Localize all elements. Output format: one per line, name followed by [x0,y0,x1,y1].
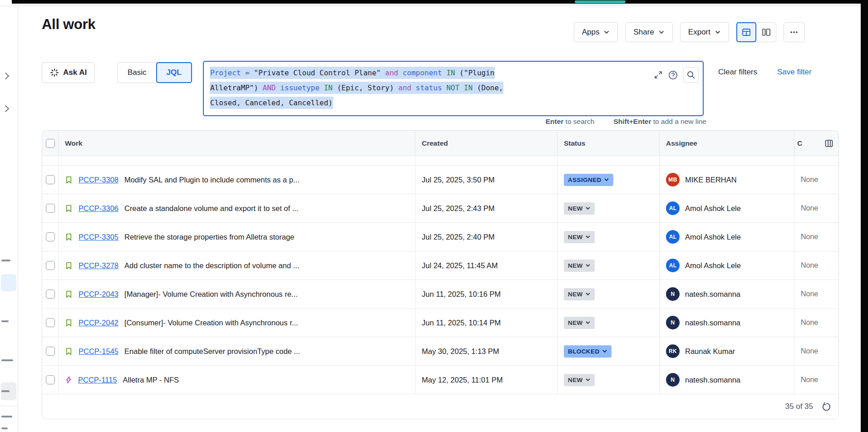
row-count: 35 of 35 [785,402,813,411]
row-checkbox[interactable] [46,175,55,184]
status-label: BLOCKED [568,348,600,355]
avatar: N [666,316,680,329]
page-title: All work [42,16,95,33]
table-row[interactable]: PCCP-3278 Add cluster name to the descri… [42,251,838,280]
more-actions-button[interactable] [784,22,804,42]
column-header-work: Work [59,131,415,156]
table-row[interactable]: PCCP-2042 [Consumer]- Volume Creation wi… [42,309,838,337]
side-panel-view-icon [761,27,771,37]
status-badge[interactable]: NEW [564,231,595,243]
issue-summary: Create a standalone volume and export it… [124,204,298,213]
status-badge[interactable]: NEW [564,202,595,215]
issue-key-link[interactable]: PCCP-2042 [79,319,118,327]
row-checkbox[interactable] [46,347,55,356]
jql-mode-button[interactable]: JQL [156,62,192,83]
chevron-right-icon[interactable] [2,105,10,113]
avatar: AL [666,230,680,244]
table-view-button[interactable] [736,22,756,42]
status-label: NEW [568,205,583,212]
screen: All work Apps Share Export Ask AI [0,0,868,432]
issue-key-link[interactable]: PCCP-2043 [79,290,118,299]
ask-ai-button[interactable]: Ask AI [42,62,95,83]
created-value: May 12, 2025, 11:01 PM [422,376,503,384]
view-toggle-group [736,22,776,42]
jql-query-text: Project = "Private Cloud Control Plane" … [210,65,648,110]
chevron-down-icon [604,177,609,182]
question-circle-icon [668,70,678,80]
status-badge[interactable]: BLOCKED [564,345,612,358]
detail-view-button[interactable] [756,22,776,42]
chevron-down-icon [603,29,610,35]
row-checkbox[interactable] [46,261,55,270]
apps-label: Apps [582,28,600,37]
status-badge[interactable]: NEW [564,374,595,386]
issue-summary: Add cluster name to the description of v… [124,261,299,270]
table-footer: 35 of 35 [42,394,838,419]
issue-key-link[interactable]: PCCP-1545 [79,347,118,356]
run-search-button[interactable] [683,67,699,83]
jql-query-input[interactable]: Project = "Private Cloud Control Plane" … [203,61,704,116]
chevron-down-icon [585,263,591,268]
share-button[interactable]: Share [625,22,672,42]
jql-box-icons [654,67,699,83]
issue-summary: Modify SAL and Plugin to include comment… [124,176,300,184]
issue-key-link[interactable]: PCCP-3306 [79,204,118,213]
chevron-down-icon [602,349,607,354]
story-icon [65,348,73,355]
table-row[interactable]: PCCP-3306 Create a standalone volume and… [42,194,838,223]
assignee-name: MIKE BERHAN [685,176,737,184]
chevron-right-icon[interactable] [2,73,10,80]
syntax-help-button[interactable] [668,70,678,80]
issue-summary: [Consumer]- Volume Creation with Asynchr… [124,319,298,327]
row-checkbox[interactable] [46,290,55,299]
issue-key-link[interactable]: PCCP-3305 [79,233,118,241]
row-checkbox[interactable] [46,375,55,384]
sidebar-fragment [1,416,12,417]
row-checkbox[interactable] [46,204,55,213]
select-all-checkbox[interactable] [46,139,55,148]
table-row[interactable]: PCCP-3305 Retrieve the storage propertie… [42,223,838,251]
issue-type-icon [65,262,73,270]
expand-editor-button[interactable] [654,70,663,79]
sidebar-divider [0,406,18,406]
row-checkbox[interactable] [46,318,55,327]
status-badge[interactable]: NEW [564,260,595,272]
story-icon [65,290,73,298]
issue-type-icon [65,205,73,212]
status-badge[interactable]: ASSIGNED [564,174,613,186]
issue-key-link[interactable]: PCCP-1115 [78,376,117,384]
chevron-down-icon [585,234,591,240]
save-filter-button[interactable]: Save filter [777,68,812,77]
query-mode-toggle: Basic JQL [117,62,192,83]
work-items-table: Work Created Status Assignee C [42,130,839,419]
row-checkbox[interactable] [46,232,55,241]
issue-key-link[interactable]: PCCP-3308 [79,176,118,184]
story-icon [65,205,73,212]
issue-type-icon [65,319,73,327]
table-row[interactable]: PCCP-1115 Alletra MP - NFS May 12, 2025,… [42,366,838,394]
avatar: N [666,287,680,301]
table-row[interactable]: PCCP-3308 Modify SAL and Plugin to inclu… [42,166,838,194]
created-value: Jul 25, 2025, 2:43 PM [422,204,495,213]
last-col-value: None [801,233,818,241]
ask-ai-label: Ask AI [63,68,87,77]
column-settings-button[interactable] [823,137,835,149]
last-col-value: None [801,290,818,298]
refresh-icon [821,402,832,412]
shift-enter-hint: Shift+Enter to add a new line [613,118,706,126]
issue-key-link[interactable]: PCCP-3278 [79,261,118,270]
clear-filters-button[interactable]: Clear filters [718,68,757,77]
status-badge[interactable]: NEW [564,317,595,329]
export-button[interactable]: Export [680,22,729,42]
story-icon [65,233,73,241]
column-header-status: Status [557,131,660,156]
sidebar-item-selected[interactable] [1,274,16,291]
apps-button[interactable]: Apps [574,22,618,42]
status-badge[interactable]: NEW [564,288,595,300]
refresh-button[interactable] [821,402,832,412]
table-row[interactable]: PCCP-2043 [Manager]- Volume Creation wit… [42,280,838,309]
basic-mode-button[interactable]: Basic [118,63,157,83]
chevron-down-icon [658,29,665,35]
table-row[interactable]: PCCP-1545 Enable filter of computeServer… [42,337,838,366]
top-letterbox-bar [12,0,861,4]
